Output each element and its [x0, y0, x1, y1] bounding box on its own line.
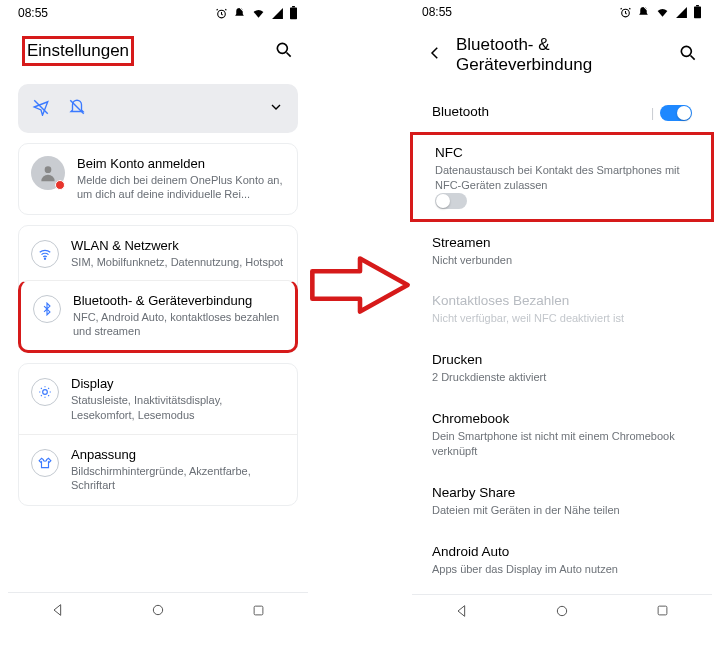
wifi-circle-icon — [31, 240, 59, 268]
auto-title: Android Auto — [432, 544, 692, 559]
quick-panel[interactable] — [18, 84, 298, 133]
header: Einstellungen — [8, 26, 308, 78]
navbar — [8, 592, 308, 630]
stream-sub: Nicht verbunden — [432, 253, 692, 268]
display-card: Display Statusleiste, Inaktivitätsdispla… — [18, 363, 298, 505]
nearby-item[interactable]: Nearby Share Dateien mit Geräten in der … — [432, 472, 692, 531]
nav-recent-icon[interactable] — [655, 603, 670, 621]
print-item[interactable]: Drucken 2 Druckdienste aktiviert — [432, 339, 692, 398]
notification-dot — [55, 180, 65, 190]
custom-sub: Bildschirmhintergründe, Akzentfarbe, Sch… — [71, 464, 285, 493]
search-icon[interactable] — [678, 43, 698, 66]
signal-icon — [271, 7, 284, 20]
network-card: WLAN & Netzwerk SIM, Mobilfunknetz, Date… — [18, 225, 298, 354]
svg-point-7 — [43, 390, 48, 395]
phone-right: 08:55 Bluetooth- & Geräteverbindung Blue… — [412, 0, 712, 630]
wlan-title: WLAN & Netzwerk — [71, 238, 285, 253]
print-sub: 2 Druckdienste aktiviert — [432, 370, 692, 385]
nav-home-icon[interactable] — [554, 603, 570, 622]
pay-sub: Nicht verfügbar, weil NFC deaktiviert is… — [432, 311, 692, 326]
statusbar: 08:55 — [412, 0, 712, 25]
svg-point-8 — [154, 605, 163, 614]
bluetooth-item[interactable]: Bluetooth | — [432, 91, 692, 135]
account-title: Beim Konto anmelden — [77, 156, 285, 171]
auto-sub: Apps über das Display im Auto nutzen — [432, 562, 692, 577]
bt-sub: NFC, Android Auto, kontaktloses bezahlen… — [73, 310, 283, 339]
wlan-row[interactable]: WLAN & Netzwerk SIM, Mobilfunknetz, Date… — [19, 226, 297, 281]
dnd-icon — [637, 6, 650, 19]
androidauto-item[interactable]: Android Auto Apps über das Display im Au… — [432, 531, 692, 590]
wlan-sub: SIM, Mobilfunknetz, Datennutzung, Hotspo… — [71, 255, 285, 269]
svg-rect-12 — [694, 7, 701, 19]
custom-title: Anpassung — [71, 447, 285, 462]
share-title: Nearby Share — [432, 485, 692, 500]
battery-icon — [289, 6, 298, 20]
svg-point-15 — [558, 606, 567, 615]
stream-item[interactable]: Streamen Nicht verbunden — [432, 222, 692, 281]
share-sub: Dateien mit Geräten in der Nähe teilen — [432, 503, 692, 518]
nav-back-icon[interactable] — [50, 602, 66, 621]
page-title: Einstellungen — [22, 36, 134, 66]
clock: 08:55 — [18, 6, 48, 20]
bluetooth-circle-icon — [33, 295, 61, 323]
dnd-icon — [233, 7, 246, 20]
phone-left: 08:55 Einstellungen — [8, 0, 308, 630]
bluetooth-title: Bluetooth — [432, 104, 489, 119]
chrome-title: Chromebook — [432, 411, 692, 426]
wifi-icon — [251, 7, 266, 20]
brightness-icon — [31, 378, 59, 406]
nav-back-icon[interactable] — [454, 603, 470, 622]
display-title: Display — [71, 376, 285, 391]
nav-home-icon[interactable] — [150, 602, 166, 621]
nfc-sub: Datenaustausch bei Kontakt des Smartphon… — [435, 163, 689, 193]
account-card[interactable]: Beim Konto anmelden Melde dich bei deine… — [18, 143, 298, 215]
clock: 08:55 — [422, 5, 452, 19]
shirt-icon — [31, 449, 59, 477]
print-title: Drucken — [432, 352, 692, 367]
bt-title: Bluetooth- & Geräteverbindung — [73, 293, 283, 308]
svg-rect-2 — [290, 7, 297, 19]
header: Bluetooth- & Geräteverbindung — [412, 25, 712, 87]
navbar — [412, 594, 712, 630]
svg-point-5 — [45, 166, 52, 173]
alarm-icon — [215, 7, 228, 20]
page-title: Bluetooth- & Geräteverbindung — [456, 35, 666, 75]
custom-row[interactable]: Anpassung Bildschirmhintergründe, Akzent… — [19, 434, 297, 505]
svg-rect-9 — [254, 606, 263, 615]
chromebook-item[interactable]: Chromebook Dein Smartphone ist nicht mit… — [432, 398, 692, 472]
nav-recent-icon[interactable] — [251, 603, 266, 621]
account-sub: Melde dich bei deinem OnePlus Konto an, … — [77, 173, 285, 202]
nfc-item[interactable]: NFC Datenaustausch bei Kontakt des Smart… — [410, 132, 714, 222]
pay-item: Kontaktloses Bezahlen Nicht verfügbar, w… — [432, 280, 692, 339]
display-row[interactable]: Display Statusleiste, Inaktivitätsdispla… — [19, 364, 297, 434]
bluetooth-toggle[interactable] — [660, 105, 692, 121]
svg-rect-13 — [696, 5, 699, 6]
chevron-down-icon[interactable] — [268, 99, 284, 118]
search-icon[interactable] — [274, 40, 294, 63]
stream-title: Streamen — [432, 235, 692, 250]
statusbar: 08:55 — [8, 0, 308, 26]
chrome-sub: Dein Smartphone ist nicht mit einem Chro… — [432, 429, 692, 459]
svg-rect-3 — [292, 6, 295, 7]
pay-title: Kontaktloses Bezahlen — [432, 293, 692, 308]
display-sub: Statusleiste, Inaktivitätsdisplay, Lesek… — [71, 393, 285, 422]
back-icon[interactable] — [426, 44, 444, 65]
avatar-icon — [31, 156, 65, 190]
alarm-icon — [619, 6, 632, 19]
wifi-icon — [655, 6, 670, 19]
signal-icon — [675, 6, 688, 19]
airplane-off-icon — [32, 98, 50, 119]
bluetooth-row[interactable]: Bluetooth- & Geräteverbindung NFC, Andro… — [18, 280, 298, 354]
battery-icon — [693, 5, 702, 19]
svg-point-14 — [681, 47, 691, 57]
svg-rect-16 — [658, 606, 667, 615]
bell-off-icon — [68, 98, 86, 119]
arrow-icon — [300, 250, 420, 320]
svg-point-4 — [277, 43, 287, 53]
nfc-toggle[interactable] — [435, 193, 467, 209]
svg-point-6 — [44, 258, 45, 259]
nfc-title: NFC — [435, 145, 689, 160]
